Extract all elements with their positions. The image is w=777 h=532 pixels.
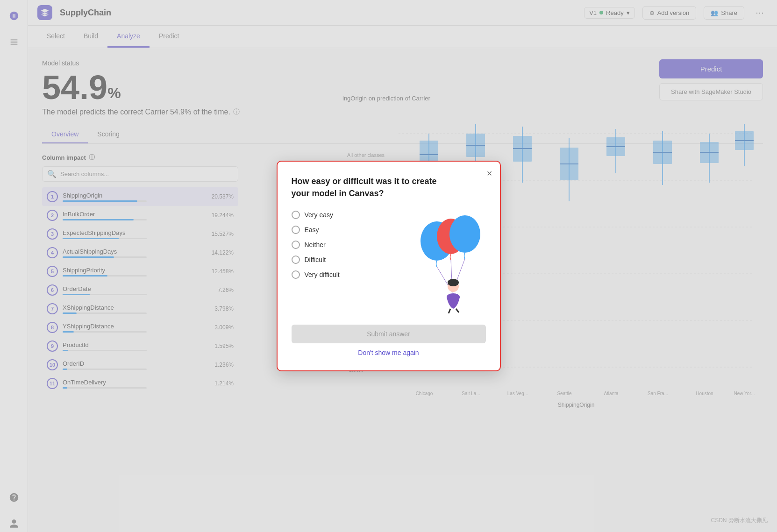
radio-circle [292,226,300,234]
svg-point-58 [448,279,459,286]
radio-label: Neither [305,241,326,248]
radio-circle [292,241,300,249]
radio-option-easy[interactable]: Easy [292,226,411,234]
radio-circle [292,270,300,279]
svg-line-60 [456,309,459,312]
modal-body: Very easy Easy Neither Difficult Very di… [292,211,486,313]
radio-label: Very difficult [305,271,340,278]
radio-option-very_difficult[interactable]: Very difficult [292,270,411,279]
svg-point-52 [449,215,480,253]
radio-option-very_easy[interactable]: Very easy [292,211,411,219]
radio-label: Easy [305,226,319,234]
dont-show-link[interactable]: Don't show me again [292,349,486,356]
survey-modal: × How easy or difficult was it to create… [277,161,501,371]
modal-overlay: × How easy or difficult was it to create… [0,0,777,532]
app-container: SupplyChain V1 Ready ▾ ⊕ Add version 👥 S… [0,0,777,532]
modal-options: Very easy Easy Neither Difficult Very di… [292,211,411,313]
radio-label: Very easy [305,211,333,219]
radio-label: Difficult [305,256,326,263]
submit-answer-button[interactable]: Submit answer [292,325,486,343]
radio-circle [292,255,300,264]
modal-title: How easy or difficult was it to create y… [292,176,441,199]
balloon-illustration [411,211,486,313]
modal-close-button[interactable]: × [487,168,492,179]
radio-option-neither[interactable]: Neither [292,241,411,249]
radio-circle [292,211,300,219]
radio-option-difficult[interactable]: Difficult [292,255,411,264]
svg-line-59 [449,309,450,313]
